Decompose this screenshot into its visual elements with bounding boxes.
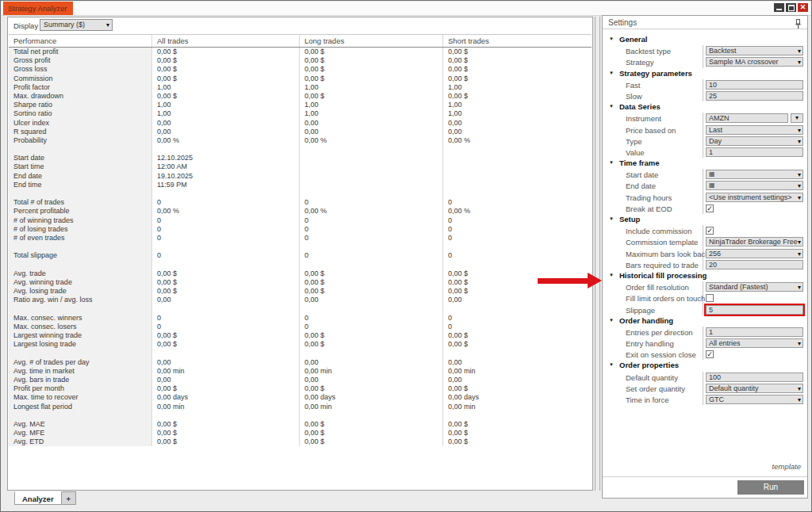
setting-input[interactable]: 25 <box>706 91 803 101</box>
setting-select[interactable]: Day▾ <box>706 136 803 146</box>
table-row[interactable]: Ulcer index0,000,000,00 <box>9 119 592 128</box>
panel-splitter[interactable] <box>595 17 600 491</box>
table-row[interactable]: Sortino ratio1,001,001,00 <box>9 109 592 118</box>
close-button[interactable]: ✕ <box>798 3 808 12</box>
table-row[interactable]: # of losing trades000 <box>9 225 592 234</box>
table-row[interactable]: End time11:59 PM <box>9 181 592 189</box>
settings-section-historical-fill-processing[interactable]: ▼Historical fill processing <box>603 270 807 281</box>
maximize-button[interactable] <box>786 3 796 12</box>
settings-section-strategy-parameters[interactable]: ▼Strategy parameters <box>603 68 807 79</box>
tab-analyzer[interactable]: Analyzer <box>14 491 62 505</box>
table-row[interactable]: Max. consec. losers000 <box>9 323 592 331</box>
setting-select[interactable]: NinjaTrader Brokerage Free▾ <box>706 237 803 246</box>
run-button[interactable]: Run <box>737 480 804 495</box>
setting-checkbox[interactable] <box>706 294 714 302</box>
table-row[interactable]: Profit factor1,001,001,00 <box>9 83 592 92</box>
minimize-button[interactable] <box>774 3 784 12</box>
table-row[interactable]: Gross profit0,00 $0,00 $0,00 $ <box>9 56 592 65</box>
setting-input[interactable]: 20 <box>706 260 803 269</box>
table-row[interactable]: Percent profitable0,00 %0,00 %0,00 % <box>9 207 592 216</box>
combo-dropdown-button[interactable]: ▾ <box>791 113 803 123</box>
table-row[interactable]: Start time12:00 AM <box>9 162 592 171</box>
table-row[interactable]: End date19.10.2025 <box>9 172 592 181</box>
table-row[interactable]: Total net profit0,00 $0,00 $0,00 $ <box>9 48 592 56</box>
setting-select[interactable]: Standard (Fastest)▾ <box>706 282 803 292</box>
table-row[interactable]: Gross loss0,00 $0,00 $0,00 $ <box>9 65 592 74</box>
setting-checkbox[interactable]: ✓ <box>706 227 714 235</box>
setting-select[interactable]: Sample MA crossover▾ <box>706 57 803 67</box>
column-header-short-trades[interactable]: Short trades <box>443 35 592 47</box>
settings-section-setup[interactable]: ▼Setup <box>603 214 807 225</box>
table-row[interactable]: Start date12.10.2025 <box>9 154 592 162</box>
table-row[interactable] <box>9 145 592 154</box>
setting-select[interactable]: ▦01.01.2014▾ <box>706 170 803 179</box>
table-row[interactable]: Max. drawdown0,00 $0,00 $0,00 $ <box>9 92 592 101</box>
add-tab-button[interactable]: + <box>62 491 77 505</box>
table-row[interactable]: Largest winning trade0,00 $0,00 $0,00 $ <box>9 331 592 340</box>
window-title-tab[interactable]: Strategy Analyzer <box>3 2 73 15</box>
table-row[interactable]: Avg. time in market0,00 min0,00 min0,00 … <box>9 367 592 376</box>
setting-value: 100 <box>709 373 721 381</box>
table-row[interactable]: Avg. losing trade0,00 $0,00 $0,00 $ <box>9 287 592 296</box>
setting-input[interactable]: 100 <box>706 373 803 382</box>
settings-panel: Settings ▼GeneralBacktest typeBacktest▾S… <box>602 15 808 499</box>
setting-select[interactable]: 256▾ <box>706 249 803 258</box>
setting-select[interactable]: <Use instrument settings>▾ <box>706 193 803 202</box>
setting-input[interactable]: 1 <box>706 147 803 157</box>
table-row[interactable]: Commission0,00 $0,00 $0,00 $ <box>9 75 592 83</box>
setting-label: Strategy <box>626 58 653 67</box>
setting-select[interactable]: Backtest▾ <box>706 46 803 55</box>
setting-select[interactable]: All entries▾ <box>706 338 803 348</box>
table-row[interactable]: # of even trades000 <box>9 234 592 243</box>
setting-checkbox[interactable]: ✓ <box>706 204 714 212</box>
template-link[interactable]: template <box>772 462 801 471</box>
table-row[interactable]: Avg. MAE0,00 $0,00 $0,00 $ <box>9 420 592 429</box>
display-dropdown[interactable]: Summary ($) ▾ <box>40 19 113 31</box>
table-row[interactable]: Max. consec. winners000 <box>9 314 592 323</box>
table-row[interactable]: R squared0,000,000,00 <box>9 128 592 136</box>
table-row[interactable]: Profit per month0,00 $0,00 $0,00 $ <box>9 384 592 393</box>
table-row[interactable]: Longest flat period0,00 min0,00 min0,00 … <box>9 403 592 411</box>
setting-select[interactable]: ▦31.12.2024▾ <box>706 181 803 190</box>
table-row[interactable]: Largest losing trade0,00 $0,00 $0,00 $ <box>9 340 592 349</box>
table-row[interactable]: Avg. trade0,00 $0,00 $0,00 $ <box>9 269 592 278</box>
table-row[interactable] <box>9 349 592 357</box>
table-row[interactable]: Sharpe ratio1,001,001,00 <box>9 101 592 109</box>
column-header-performance[interactable]: Performance <box>9 35 152 47</box>
setting-input[interactable]: 10 <box>706 80 803 90</box>
table-row[interactable]: Total slippage000 <box>9 251 592 260</box>
table-row[interactable]: Max. time to recover0,00 days0,00 days0,… <box>9 393 592 402</box>
table-row[interactable]: Avg. MFE0,00 $0,00 $0,00 $ <box>9 429 592 437</box>
setting-input[interactable]: 5 <box>706 305 803 315</box>
cell-all-trades: 0,00 days <box>152 393 300 402</box>
table-row[interactable]: # of winning trades000 <box>9 216 592 225</box>
setting-field-wrap: Default quantity▾ <box>706 384 803 393</box>
table-row[interactable]: Probability0,00 %0,00 %0,00 % <box>9 136 592 145</box>
table-row[interactable]: Ratio avg. win / avg. loss0,000,000,00 <box>9 296 592 304</box>
setting-select[interactable]: GTC▾ <box>706 395 803 404</box>
table-row[interactable] <box>9 243 592 251</box>
settings-section-data-series[interactable]: ▼Data Series <box>603 101 807 113</box>
column-header-all-trades[interactable]: All trades <box>152 35 300 47</box>
cell-all-trades: 0,00 $ <box>152 75 300 83</box>
table-row[interactable] <box>9 261 592 269</box>
setting-input[interactable]: 1 <box>706 327 803 337</box>
table-row[interactable]: Avg. # of trades per day0,000,000,00 <box>9 358 592 367</box>
settings-section-order-properties[interactable]: ▼Order properties <box>603 360 807 371</box>
setting-select[interactable]: Default quantity▾ <box>706 384 803 393</box>
table-row[interactable] <box>9 411 592 420</box>
table-row[interactable]: Avg. bars in trade0,000,000,00 <box>9 376 592 384</box>
setting-label: Type <box>626 137 642 146</box>
setting-checkbox[interactable]: ✓ <box>706 350 714 358</box>
table-row[interactable] <box>9 189 592 198</box>
table-row[interactable]: Avg. winning trade0,00 $0,00 $0,00 $ <box>9 278 592 287</box>
setting-combo-input[interactable]: AMZN <box>706 113 788 123</box>
table-row[interactable] <box>9 304 592 313</box>
column-header-long-trades[interactable]: Long trades <box>300 35 443 47</box>
settings-section-order-handling[interactable]: ▼Order handling <box>603 315 807 327</box>
table-row[interactable]: Avg. ETD0,00 $0,00 $0,00 $ <box>9 437 592 446</box>
table-row[interactable]: Total # of trades000 <box>9 198 592 207</box>
setting-select[interactable]: Last▾ <box>706 125 803 135</box>
settings-section-general[interactable]: ▼General <box>603 34 807 45</box>
settings-section-time-frame[interactable]: ▼Time frame <box>603 158 807 169</box>
